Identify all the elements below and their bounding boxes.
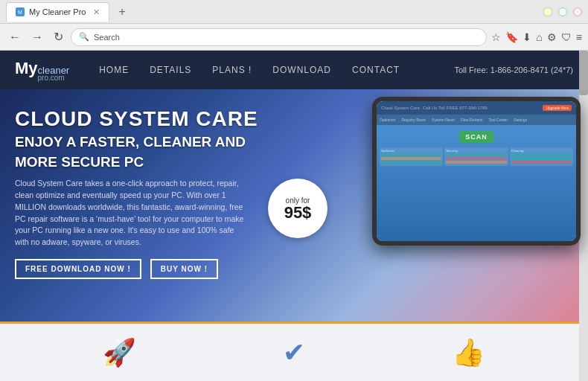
site-logo[interactable]: My cleaner pro.com bbox=[15, 59, 69, 82]
logo-my: My bbox=[15, 59, 38, 78]
forward-button[interactable]: → bbox=[28, 29, 46, 45]
hero-description: Cloud System Care takes a one-click appr… bbox=[15, 178, 246, 249]
browser-window: M My Cleaner Pro ✕ + ← → ↻ 🔍 Search ☆ 🔖 … bbox=[0, 0, 588, 381]
toll-free-number: Toll Free: 1-866-206-8471 (24*7) bbox=[454, 65, 573, 74]
tablet-tab-tools: Tool Center bbox=[489, 118, 508, 122]
tablet-image: Cloud System Care Call Us Toll FREE 877-… bbox=[335, 89, 588, 321]
shield-icon[interactable]: 🛡 bbox=[561, 31, 572, 43]
logo-cleaner-group: cleaner pro.com bbox=[38, 63, 70, 82]
star-icon[interactable]: ☆ bbox=[491, 31, 501, 43]
title-bar-left: M My Cleaner Pro ✕ + bbox=[6, 2, 543, 22]
download-icon[interactable]: ⬇ bbox=[523, 31, 531, 43]
tab-close-btn[interactable]: ✕ bbox=[93, 7, 100, 17]
hero-title-sub1: ENJOY A FASTER, CLEANER AND bbox=[15, 134, 283, 151]
tablet-tabs: Optimizer Registry Boost System Reset Fi… bbox=[377, 115, 576, 125]
tablet-tab-system: System Reset bbox=[432, 118, 455, 122]
tablet-app-title: Cloud System Care bbox=[381, 106, 420, 110]
tablet-call-text: Call Us Toll FREE 877-396-1789 bbox=[423, 106, 488, 110]
nav-icons: ☆ 🔖 ⬇ ⌂ ⚙ 🛡 ≡ bbox=[491, 31, 582, 43]
rocket-icon: 🚀 bbox=[103, 337, 136, 368]
footer-icon-thumbsup: 👍 bbox=[452, 337, 485, 368]
buy-now-button[interactable]: BUY NOW ! bbox=[150, 259, 218, 279]
site-nav-links: HOME DETAILS PLANS ! DOWNLOAD CONTACT bbox=[99, 65, 454, 75]
home-icon[interactable]: ⌂ bbox=[536, 31, 542, 43]
scan-item-9 bbox=[511, 161, 572, 164]
new-tab-button[interactable]: + bbox=[114, 4, 130, 20]
scan-col-optimizer: Optimizer bbox=[380, 147, 443, 166]
maximize-button[interactable] bbox=[558, 7, 567, 16]
footer-icon-check: ✔ bbox=[283, 337, 305, 368]
tablet-scan-area: SCAN Optimizer Security bbox=[377, 125, 576, 241]
scan-results-row: Optimizer Security bbox=[380, 147, 573, 166]
scan-item-6 bbox=[446, 161, 506, 164]
scan-item-3 bbox=[381, 161, 441, 164]
tablet-upgrade-btn[interactable]: Upgrade Now bbox=[543, 105, 572, 111]
hero-title-sub2: MORE SECURE PC bbox=[15, 154, 283, 171]
footer-strip: 🚀 ✔ 👍 bbox=[0, 321, 588, 381]
tab-title: My Cleaner Pro bbox=[29, 7, 86, 16]
scan-col-title-1: Optimizer bbox=[381, 149, 441, 153]
price-badge: only for 95$ bbox=[268, 179, 327, 238]
refresh-button[interactable]: ↻ bbox=[51, 28, 66, 45]
tablet-scan-btn[interactable]: SCAN bbox=[459, 131, 493, 143]
back-button[interactable]: ← bbox=[6, 29, 24, 45]
nav-home[interactable]: HOME bbox=[99, 65, 129, 75]
hero-title-main: CLOUD SYSTEM CARE bbox=[15, 108, 283, 131]
address-bar[interactable]: 🔍 Search bbox=[71, 28, 487, 46]
search-text: Search bbox=[94, 33, 120, 42]
scan-item-7 bbox=[511, 153, 572, 156]
scan-col-title-3: Cleaning bbox=[511, 149, 572, 153]
title-bar: M My Cleaner Pro ✕ + bbox=[0, 0, 588, 24]
page-content: My cleaner pro.com HOME DETAILS PLANS ! … bbox=[0, 51, 588, 381]
tablet-tab-settings: Settings bbox=[514, 118, 527, 122]
tablet-mockup: Cloud System Care Call Us Toll FREE 877-… bbox=[372, 97, 581, 246]
nav-details[interactable]: DETAILS bbox=[150, 65, 191, 75]
scan-item-5 bbox=[446, 157, 506, 160]
hero-text: CLOUD SYSTEM CARE ENJOY A FASTER, CLEANE… bbox=[15, 108, 283, 279]
scrollbar-thumb[interactable] bbox=[579, 51, 588, 95]
minimize-button[interactable] bbox=[543, 7, 552, 16]
tab-favicon: M bbox=[16, 7, 25, 16]
price-amount: 95$ bbox=[284, 205, 312, 221]
hero-section: CLOUD SYSTEM CARE ENJOY A FASTER, CLEANE… bbox=[0, 89, 588, 321]
tablet-tab-files: Files Refresh bbox=[461, 118, 482, 122]
nav-plans[interactable]: PLANS ! bbox=[212, 65, 252, 75]
bookmark-icon[interactable]: 🔖 bbox=[505, 31, 518, 43]
tablet-tab-registry: Registry Boost bbox=[401, 118, 426, 122]
nav-download[interactable]: DOWNLOAD bbox=[272, 65, 331, 75]
nav-contact[interactable]: CONTACT bbox=[352, 65, 400, 75]
checkmark-icon: ✔ bbox=[283, 337, 305, 368]
scan-item-4 bbox=[446, 153, 506, 156]
scan-col-security: Security bbox=[444, 147, 508, 166]
tablet-tab-optimizer: Optimizer bbox=[380, 118, 395, 122]
scan-item-2 bbox=[381, 157, 441, 160]
settings-icon[interactable]: ⚙ bbox=[547, 31, 557, 43]
footer-icon-rocket: 🚀 bbox=[103, 337, 136, 368]
tablet-top-bar: Cloud System Care Call Us Toll FREE 877-… bbox=[377, 101, 576, 115]
address-bar-row: ← → ↻ 🔍 Search ☆ 🔖 ⬇ ⌂ ⚙ 🛡 ≡ bbox=[0, 24, 588, 51]
scan-item-1 bbox=[381, 153, 441, 156]
scan-col-title-2: Security bbox=[446, 149, 506, 153]
site-navbar: My cleaner pro.com HOME DETAILS PLANS ! … bbox=[0, 51, 588, 89]
browser-tab[interactable]: M My Cleaner Pro ✕ bbox=[6, 2, 109, 22]
close-button[interactable] bbox=[573, 7, 582, 16]
menu-icon[interactable]: ≡ bbox=[576, 31, 582, 43]
thumbsup-icon: 👍 bbox=[452, 337, 485, 368]
scan-col-cleaning: Cleaning bbox=[510, 147, 573, 166]
search-icon: 🔍 bbox=[79, 32, 89, 42]
tablet-screen: Cloud System Care Call Us Toll FREE 877-… bbox=[377, 101, 576, 241]
scan-item-8 bbox=[511, 157, 572, 160]
hero-buttons: FREE DOWNLOAD NOW ! BUY NOW ! bbox=[15, 259, 283, 279]
window-controls bbox=[543, 7, 582, 16]
download-now-button[interactable]: FREE DOWNLOAD NOW ! bbox=[15, 259, 141, 279]
